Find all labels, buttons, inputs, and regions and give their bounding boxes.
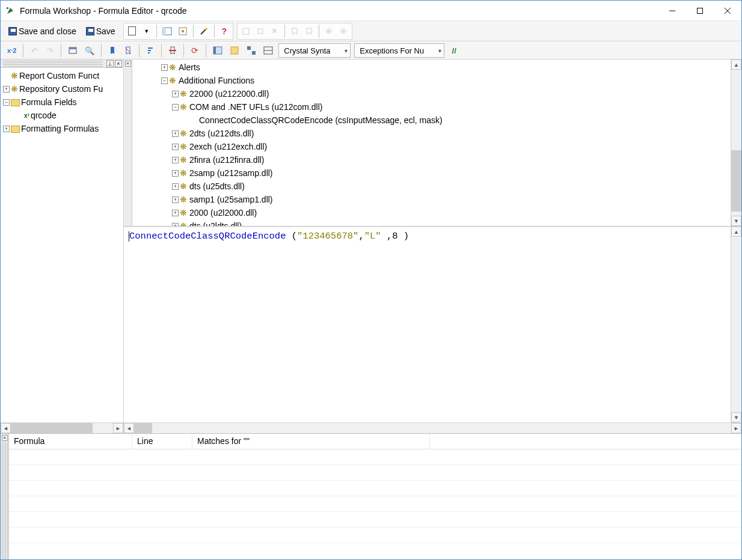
comment-button[interactable]: //: [447, 43, 461, 58]
bookmark-clear-button[interactable]: [121, 43, 135, 58]
close-pane-button[interactable]: ×: [115, 60, 122, 67]
tree-item[interactable]: +dts (u25dts.dll): [144, 180, 731, 193]
tree-item[interactable]: qrcode: [1, 109, 123, 122]
show-fields-button[interactable]: [210, 43, 225, 58]
tree-item[interactable]: −COM and .NET UFLs (u212com.dll): [144, 100, 731, 114]
scroll-track[interactable]: [731, 70, 741, 216]
svg-rect-0: [7, 7, 8, 9]
tree-twist[interactable]: +: [172, 210, 179, 216]
function-tree[interactable]: +Alerts−Additional Functions+22000 (u212…: [132, 59, 731, 226]
tree-item-label: 2000 (u2l2000.dll): [189, 208, 257, 218]
editor-hscroll[interactable]: ◄ ►: [124, 422, 741, 433]
scroll-left-button[interactable]: ◄: [1, 423, 11, 433]
toolbar-secondary: x·2 ↶ ↷ 🔍 ⟳ Crystal Synta ▾ Exceptions F…: [1, 41, 741, 59]
tree-twist[interactable]: +: [3, 86, 10, 93]
new-dropdown[interactable]: ▼: [140, 23, 154, 39]
save-button[interactable]: Save: [82, 23, 120, 39]
tree-twist[interactable]: +: [3, 126, 10, 132]
scroll-up-button[interactable]: ▲: [731, 227, 741, 237]
toggle-panel-button[interactable]: [159, 23, 175, 39]
matches-grid: Formula Line Matches for "": [9, 434, 741, 559]
syntax-combo[interactable]: Crystal Synta ▾: [278, 43, 351, 58]
scroll-track[interactable]: [11, 423, 113, 433]
clear-button[interactable]: [165, 43, 180, 58]
save-and-close-label: Save and close: [19, 26, 76, 36]
tree-twist[interactable]: +: [172, 157, 179, 163]
scroll-thumb[interactable]: [731, 150, 741, 212]
save-and-close-button[interactable]: Save and close: [4, 23, 81, 39]
tree-item[interactable]: +2finra (u212finra.dll): [144, 153, 731, 166]
tree-twist[interactable]: +: [172, 91, 179, 97]
left-tree[interactable]: Report Custom Funct+ Repository Custom F…: [1, 68, 123, 422]
col-formula[interactable]: Formula: [9, 434, 132, 449]
tree-twist[interactable]: +: [172, 183, 179, 190]
scroll-track[interactable]: [731, 237, 741, 412]
tree-item[interactable]: + Formatting Formulas: [1, 122, 123, 135]
refresh-button[interactable]: ⟳: [188, 43, 202, 58]
tree-item[interactable]: +samp1 (u25samp1.dll): [144, 193, 731, 206]
scroll-down-button[interactable]: ▼: [731, 412, 741, 422]
tree-item[interactable]: +Alerts: [144, 61, 731, 74]
tree-twist[interactable]: −: [172, 104, 179, 111]
tree-twist[interactable]: −: [161, 78, 168, 84]
maximize-button[interactable]: [686, 1, 714, 20]
sort-asc-button[interactable]: [143, 43, 158, 58]
properties-button[interactable]: [175, 23, 191, 39]
tree-twist[interactable]: +: [161, 64, 168, 71]
tree-item[interactable]: +2exch (u212exch.dll): [144, 140, 731, 153]
functree-vscroll[interactable]: ▲ ▼: [731, 59, 741, 226]
tree-item-label: 2dts (u212dts.dll): [189, 129, 254, 138]
tree-item[interactable]: +2samp (u212samp.dll): [144, 166, 731, 180]
scroll-right-button[interactable]: ►: [113, 423, 123, 433]
tree-twist[interactable]: +: [172, 170, 179, 177]
scroll-right-button[interactable]: ►: [731, 423, 741, 433]
code-editor[interactable]: ConnectCodeClassQRCodeEncode ("123465678…: [124, 227, 731, 422]
tree-item[interactable]: ConnectCodeClassQRCodeEncode (csInputMes…: [144, 114, 731, 127]
tree-twist[interactable]: +: [172, 144, 179, 150]
col-matches[interactable]: Matches for "": [192, 434, 430, 449]
bookmark-button[interactable]: [105, 43, 120, 58]
grip[interactable]: [2, 442, 8, 559]
tree-item[interactable]: +2dts (u212dts.dll): [144, 127, 731, 140]
minimize-button[interactable]: [658, 1, 686, 20]
tree-item[interactable]: − Formula Fields: [1, 96, 123, 109]
show-tree3-button[interactable]: [260, 43, 276, 58]
scroll-thumb[interactable]: [11, 423, 93, 433]
close-button[interactable]: [714, 1, 741, 20]
tree-twist[interactable]: +: [172, 196, 179, 203]
wand-button[interactable]: [196, 23, 212, 39]
new-button[interactable]: [125, 23, 140, 39]
scroll-left-button[interactable]: ◄: [124, 423, 134, 433]
scroll-track[interactable]: [134, 423, 731, 433]
grip[interactable]: [3, 61, 103, 67]
close-functree-button[interactable]: ×: [125, 61, 131, 67]
redo-icon: ↷: [47, 46, 54, 55]
tree-item[interactable]: +22000 (u2122000.dll): [144, 87, 731, 100]
find-button[interactable]: 🔍: [82, 43, 97, 58]
tree-twist[interactable]: +: [172, 223, 179, 227]
tree-item[interactable]: +dts (u2ldts.dll): [144, 219, 731, 226]
tree-item[interactable]: Report Custom Funct: [1, 69, 123, 82]
tree-item[interactable]: −Additional Functions: [144, 74, 731, 87]
scroll-thumb[interactable]: [134, 423, 152, 433]
help-button[interactable]: ?: [217, 23, 231, 39]
col-line[interactable]: Line: [132, 434, 192, 449]
show-tree2-button[interactable]: [244, 43, 259, 58]
table-row: [9, 481, 741, 496]
show-tree1-button[interactable]: [227, 43, 242, 58]
browse-button[interactable]: [65, 43, 81, 58]
tree-item[interactable]: + Repository Custom Fu: [1, 82, 123, 96]
tree-twist[interactable]: +: [172, 130, 179, 137]
scroll-down-button[interactable]: ▼: [731, 216, 741, 226]
check-button[interactable]: x·2: [4, 43, 19, 58]
scroll-up-button[interactable]: ▲: [731, 59, 741, 70]
chevron-down-icon: ▾: [345, 47, 348, 54]
editor-vscroll[interactable]: ▲ ▼: [731, 227, 741, 422]
tree-item[interactable]: +2000 (u2l2000.dll): [144, 206, 731, 219]
gear-icon: [180, 195, 187, 204]
pin-button[interactable]: ⊥: [106, 60, 114, 67]
exceptions-combo[interactable]: Exceptions For Nu ▾: [354, 43, 444, 58]
close-bottom-button[interactable]: ×: [2, 435, 8, 441]
tree-twist[interactable]: −: [3, 99, 10, 106]
left-hscroll[interactable]: ◄ ►: [1, 422, 123, 433]
